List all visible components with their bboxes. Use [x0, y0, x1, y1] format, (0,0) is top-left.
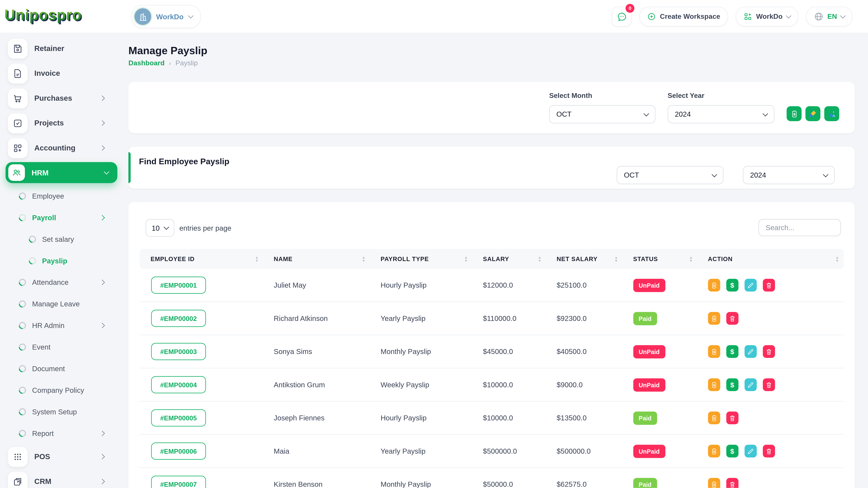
- status-badge: UnPaid: [633, 445, 665, 458]
- payroll-type: Yearly Payslip: [370, 434, 472, 468]
- employee-id-chip[interactable]: #EMP00002: [151, 310, 206, 327]
- generate-payslip-button[interactable]: $: [787, 106, 802, 121]
- workspace-menu-button[interactable]: WorkDo: [736, 7, 798, 27]
- sort-icon[interactable]: ▲▼: [538, 256, 541, 262]
- topbar-actions: 0 Create Workspace WorkDo: [612, 7, 852, 27]
- workspace-switcher[interactable]: WorkDo: [131, 5, 201, 28]
- delete-button[interactable]: [763, 379, 775, 391]
- payslip-button[interactable]: $: [708, 312, 720, 325]
- column-header-salary[interactable]: SALARY▲▼: [472, 249, 546, 269]
- sidebar-item-accounting[interactable]: Accounting: [0, 136, 123, 161]
- payslip-button[interactable]: $: [708, 379, 720, 391]
- sort-icon[interactable]: ▲▼: [614, 256, 618, 262]
- column-header-status[interactable]: STATUS▲▼: [623, 249, 698, 269]
- row-actions: $: [708, 478, 843, 488]
- salary-value: $500000.0: [472, 434, 546, 468]
- language-selector[interactable]: EN: [806, 7, 852, 27]
- sort-icon[interactable]: ▲▼: [835, 256, 839, 262]
- bullet-icon: [18, 191, 27, 201]
- delete-button[interactable]: [726, 312, 738, 325]
- sidebar-item-label: System Setup: [32, 408, 77, 416]
- search-input[interactable]: [758, 219, 841, 236]
- bullet-icon: [18, 278, 27, 288]
- brush-icon: [808, 109, 817, 118]
- payroll-type: Weekly Payslip: [370, 368, 472, 401]
- select-year[interactable]: 2024: [668, 105, 774, 123]
- sidebar-item-report[interactable]: Report: [0, 423, 123, 444]
- payslip-button[interactable]: $: [708, 412, 720, 424]
- table-row: #EMP00004Antikstion GrumWeekly Payslip$1…: [140, 368, 844, 401]
- employee-id-chip[interactable]: #EMP00001: [151, 276, 206, 294]
- create-workspace-button[interactable]: Create Workspace: [640, 7, 728, 27]
- entries-select[interactable]: 10: [146, 219, 175, 237]
- delete-button[interactable]: [763, 345, 775, 358]
- column-header-payroll-type[interactable]: PAYROLL TYPE▲▼: [370, 249, 472, 269]
- sidebar-item-pos[interactable]: POS: [0, 444, 123, 469]
- pay-button[interactable]: $: [726, 445, 738, 458]
- sidebar-item-payroll[interactable]: Payroll: [0, 207, 123, 229]
- sidebar-item-system-setup[interactable]: System Setup: [0, 401, 123, 423]
- sidebar-item-attendance[interactable]: Attendance: [0, 271, 123, 293]
- employee-id-chip[interactable]: #EMP00007: [151, 476, 206, 488]
- employee-id-chip[interactable]: #EMP00003: [151, 343, 206, 360]
- sidebar-item-retainer[interactable]: Retainer: [0, 36, 123, 61]
- payslip-button[interactable]: $: [708, 478, 720, 488]
- delete-button[interactable]: [763, 445, 775, 458]
- breadcrumb-dashboard-link[interactable]: Dashboard: [128, 59, 164, 67]
- trash-icon: [765, 447, 773, 455]
- payslip-button[interactable]: $: [708, 279, 720, 292]
- employee-id-chip[interactable]: #EMP00005: [151, 410, 206, 427]
- bulk-edit-button[interactable]: [805, 106, 820, 121]
- delete-button[interactable]: [726, 412, 738, 424]
- sort-icon[interactable]: ▲▼: [255, 256, 259, 262]
- sidebar-item-invoice[interactable]: Invoice: [0, 61, 123, 86]
- edit-button[interactable]: [744, 445, 756, 458]
- pay-button[interactable]: $: [726, 345, 738, 358]
- find-year-select[interactable]: 2024: [743, 166, 835, 184]
- sidebar-item-event[interactable]: Event: [0, 336, 123, 358]
- edit-button[interactable]: [744, 345, 756, 358]
- sidebar-item-payslip[interactable]: Payslip: [0, 250, 123, 272]
- employee-id-chip[interactable]: #EMP00004: [151, 376, 206, 393]
- messages-button[interactable]: 0: [612, 7, 632, 27]
- salary-value: $10000.0: [472, 368, 546, 401]
- sidebar-item-manage-leave[interactable]: Manage Leave: [0, 293, 123, 315]
- edit-button[interactable]: [744, 379, 756, 391]
- sort-icon[interactable]: ▲▼: [362, 256, 366, 262]
- trash-icon: [728, 480, 736, 488]
- find-month-select[interactable]: OCT: [617, 166, 723, 184]
- dollar-icon: $: [731, 381, 734, 389]
- payslip-button[interactable]: $: [708, 345, 720, 358]
- bullet-icon: [18, 299, 27, 309]
- select-month[interactable]: OCT: [549, 105, 655, 123]
- receipt-icon: $: [790, 109, 799, 118]
- sidebar-item-document[interactable]: Document: [0, 358, 123, 380]
- sort-icon[interactable]: ▲▼: [689, 256, 693, 262]
- sidebar-item-employee[interactable]: Employee: [0, 185, 123, 207]
- edit-button[interactable]: [744, 279, 756, 292]
- column-header-name[interactable]: NAME▲▼: [263, 249, 370, 269]
- delete-button[interactable]: [726, 478, 738, 488]
- pay-button[interactable]: $: [726, 279, 738, 292]
- payslip-button[interactable]: $: [708, 445, 720, 458]
- column-header-net-salary[interactable]: NET SALARY▲▼: [546, 249, 623, 269]
- employee-id-chip[interactable]: #EMP00006: [151, 443, 206, 460]
- sort-icon[interactable]: ▲▼: [464, 256, 468, 262]
- pencil-icon: [747, 381, 754, 389]
- sidebar-item-hrm[interactable]: HRM: [5, 162, 117, 183]
- chevron-right-icon: [99, 431, 105, 436]
- chevron-down-icon: [786, 13, 791, 19]
- sidebar-item-purchases[interactable]: Purchases: [0, 86, 123, 110]
- column-header-action[interactable]: ACTION▲▼: [698, 249, 844, 269]
- export-button[interactable]: [824, 106, 839, 121]
- sidebar-item-crm[interactable]: CRM: [0, 469, 123, 488]
- column-header-employee-id[interactable]: EMPLOYEE ID▲▼: [140, 249, 263, 269]
- sidebar-item-label: Manage Leave: [32, 300, 80, 308]
- sidebar-item-projects[interactable]: Projects: [0, 110, 123, 136]
- status-badge: Paid: [633, 478, 657, 488]
- sidebar-item-company-policy[interactable]: Company Policy: [0, 380, 123, 401]
- delete-button[interactable]: [763, 279, 775, 292]
- sidebar-item-set-salary[interactable]: Set salary: [0, 229, 123, 250]
- pay-button[interactable]: $: [726, 379, 738, 391]
- sidebar-item-hr-admin[interactable]: HR Admin: [0, 315, 123, 336]
